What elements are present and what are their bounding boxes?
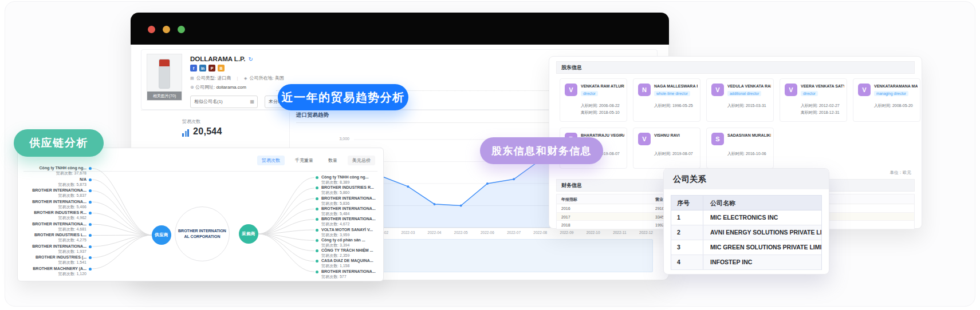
divider: | [237,75,238,81]
relation-row[interactable]: 2AVNI ENERGY SOLUTIONS PRIVATE LIMITED [671,225,821,240]
purchaser-node[interactable]: 采购商 [239,224,258,244]
relation-no: 1 [671,210,703,225]
relation-row[interactable]: 3MIC GREEN SOLUTIONS PRIVATE LIMITED [671,240,821,255]
purchaser-entry[interactable]: BROTHER INTERNATIONA...贸易次数: 577 [321,269,383,279]
close-window-icon[interactable] [148,26,155,33]
purchaser-name: Công ty TNHH công ng... [321,174,383,180]
center-company-line2: AL CORPORATION [184,234,220,240]
purchaser-dot [316,271,318,273]
leave-date: 离职时间: 2018-05-10 [581,110,620,116]
shareholder-name: SADASIVAN MURALIKR... [727,133,771,137]
supplier-name: BROTHER INDUSTRIES R... [18,210,86,215]
purchaser-dot [316,229,318,232]
relation-company-name[interactable]: MIC GREEN SOLUTIONS PRIVATE LIMITED [703,240,821,255]
product-image[interactable]: 相关图片(70) [147,54,182,101]
social-icon-in[interactable]: in [199,65,206,71]
shareholder-card[interactable]: VVEERA VENKATA SATYA...director入职时间: 201… [780,78,847,122]
x-axis-tick-label: 2022-12 [639,230,653,235]
supply-callout-pill: 供应链分析 [14,129,104,157]
supplier-entry[interactable]: BROTHER INTERNATIONA...贸易次数: 4,681 [18,221,86,232]
similar-company-input[interactable]: 相似公司名(1) ▦ [190,96,258,108]
relations-col-no: 序号 [671,196,703,210]
supplier-node[interactable]: 供应商 [152,225,171,245]
refresh-icon[interactable]: ↻ [248,56,253,62]
shareholder-card[interactable]: VVENKATARAMANA MAG...managing director入职… [853,78,920,122]
supplier-entry[interactable]: BROTHER INTERNATIONA...贸易次数: 5,466 [18,199,86,209]
supplier-dot [89,223,92,226]
supplier-trade-count: 贸易次数: 4,962 [18,215,86,220]
purchaser-dot [316,197,318,200]
maximize-window-icon[interactable] [178,26,185,33]
x-axis-tick-label: 2022-07 [507,230,521,235]
bar-chart-icon [182,129,189,137]
role-badge: additional director [727,91,761,96]
globe-icon: ⊕ [190,85,194,90]
center-company-line1: BROTHER INTERNATION [178,228,226,234]
supplier-dot [89,268,92,271]
relation-company-name[interactable]: INFOSTEP INC [703,255,821,269]
purchaser-entry[interactable]: Công ty cổ phần sản ...贸易次数: 3,394 [321,237,383,248]
shareholder-card[interactable]: VVISHNU RAVI入职时间: 2019-08-07 [633,128,700,169]
purchaser-entry[interactable]: BROTHER INTERNATIONA...贸易次数: 4,672 [321,216,383,226]
relation-company-name[interactable]: MIC ELECTRONICS INC [703,210,821,225]
company-type-value: 进口商 [217,75,231,81]
leave-date: 离职时间: 2018-12-31 [801,110,840,116]
avatar: S [711,133,724,145]
x-axis-tick-label: 2022-11 [613,230,627,235]
product-photo-placeholder [159,59,170,89]
purchaser-entry[interactable]: BROTHER INTERNATIONA...贸易次数: 5,484 [321,206,383,216]
purchaser-name: VOLTA MOTOR SANAYİ V... [321,227,383,232]
join-date: 入职时间: 2012-02-27 [801,103,840,109]
join-date: 入职时间: 2006-08-22 [581,103,620,109]
supplier-entry[interactable]: BROTHER INTERNATIONA...贸易次数: 5,837 [18,188,86,198]
trade-count-value: 20,544 [193,126,222,137]
supplier-trade-count: 贸易次数: 5,837 [18,193,86,198]
minimize-window-icon[interactable] [163,26,170,33]
shareholder-card[interactable]: SSADASIVAN MURALIKR...入职时间: 2016-10-06 [706,128,774,169]
purchaser-entry[interactable]: CÔNG TY TRÁCH NHIỆM ...贸易次数: 2,359 [321,248,383,258]
supplier-dot [89,167,92,170]
social-icon-f[interactable]: f [190,65,197,71]
company-location-label: 公司所在地: [250,75,274,81]
purchaser-entry[interactable]: BROTHER INTERNATIONA...贸易次数: 5,836 [321,196,383,206]
purchaser-entry[interactable]: Công ty TNHH công ng...贸易次数: 8,389 [321,174,383,185]
supplier-entry[interactable]: Công ty TNHH công ng...贸易次数: 37,678 [18,165,86,176]
relation-company-name[interactable]: AVNI ENERGY SOLUTIONS PRIVATE LIMITED [703,225,821,240]
join-date: 入职时间: 2015-03-31 [727,103,766,109]
relation-row[interactable]: 4INFOSTEP INC [671,255,821,270]
supplier-entry[interactable]: BROTHER INDUSTRIES R...贸易次数: 4,962 [18,210,86,220]
shareholder-card[interactable]: VVENKATA RAM ATLURIdirector入职时间: 2006-08… [560,78,627,122]
social-icon-b[interactable]: B [218,65,225,71]
supplier-entry[interactable]: BROTHER INDUSTRIES (...贸易次数: 1,541 [18,255,86,265]
center-company-node[interactable]: BROTHER INTERNATION AL CORPORATION [175,206,230,261]
supplier-entry[interactable]: BROTHER MACHINERY (A...贸易次数: 1,120 [18,266,86,276]
supplier-dot [89,245,92,248]
company-name: DOLLARAMA L.P.↻ [190,55,253,62]
purchaser-trade-count: 贸易次数: 5,860 [321,190,383,195]
related-images-badge[interactable]: 相关图片(70) [147,92,182,100]
purchaser-entry[interactable]: VOLTA MOTOR SANAYİ V...贸易次数: 3,959 [321,227,383,237]
supply-chain-diagram: BROTHER INTERNATION AL CORPORATION 供应商 采… [18,148,383,281]
supplier-dot [89,256,92,259]
avatar: N [638,84,651,96]
social-icon-p[interactable]: P [208,65,215,71]
purchaser-name: CÔNG TY TRÁCH NHIỆM ... [321,248,383,253]
purchaser-entry[interactable]: BROTHER INDUSTRIES R...贸易次数: 5,860 [321,185,383,195]
company-website-label: 公司网址: [195,85,215,90]
shareholder-name: VEDULA VENKATA RAM... [727,84,771,88]
company-website-link[interactable]: dollarama.com [216,85,246,90]
supplier-entry[interactable]: N/A贸易次数: 5,873 [18,177,86,187]
relation-row[interactable]: 1MIC ELECTRONICS INC [671,210,821,225]
shareholder-card[interactable]: VVEDULA VENKATA RAM...additional directo… [706,78,774,122]
y-axis-tick-label: 3,000 [328,137,349,141]
company-type-icon: ▤ [190,76,194,80]
shareholder-card[interactable]: NNAGA MALLESWARA R...whole-time director… [633,78,700,122]
supplier-name: Công ty TNHH công ng... [18,165,86,170]
calendar-icon[interactable]: ▦ [250,96,254,108]
chart-datazoom-slider[interactable] [354,239,653,272]
supplier-entry[interactable]: BROTHER INDUSTRIES L...贸易次数: 4,275 [18,232,86,243]
supplier-entry[interactable]: BROTHER INTERNATIONA...贸易次数: 1,937 [18,244,86,254]
purchaser-entry[interactable]: CASA DIAZ DE MAQUINA...贸易次数: 1,158 [321,258,383,268]
browser-titlebar [131,13,669,45]
x-axis-tick-label: 2022-09 [560,230,574,235]
